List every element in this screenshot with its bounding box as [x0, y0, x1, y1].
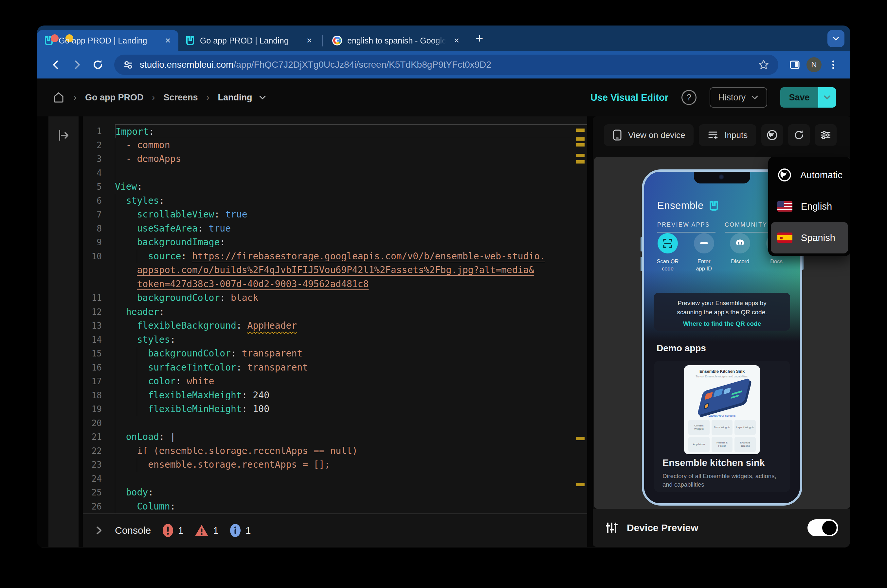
- refresh-icon: [793, 129, 805, 141]
- bookmark-star-icon[interactable]: [758, 58, 770, 71]
- code-line[interactable]: 3- demoApps: [83, 152, 587, 166]
- close-tab-icon[interactable]: ×: [305, 35, 314, 46]
- code-line[interactable]: 5View:: [83, 180, 587, 194]
- indent-guide: [115, 152, 115, 166]
- discord-icon[interactable]: [730, 233, 750, 254]
- close-tab-icon[interactable]: ×: [452, 35, 461, 46]
- breadcrumb-screens[interactable]: Screens: [164, 93, 198, 103]
- kitchen-sink-thumbnail: Ensemble Kitchen Sink Try out Ensemble w…: [684, 365, 760, 454]
- thumb-tile: Form Widgets: [711, 420, 733, 435]
- action-enter-app-id[interactable]: Enter app ID: [689, 233, 719, 272]
- indent-guide: [126, 263, 126, 278]
- tab-title: Go app PROD | Landing: [59, 36, 158, 45]
- code-line[interactable]: 23ensemble.storage.recentApps = [];: [83, 458, 587, 472]
- code-line[interactable]: 16surfaceTintColor: transparent: [83, 361, 587, 375]
- code-line[interactable]: 26Column:: [83, 500, 587, 514]
- tab-title: Go app PROD | Landing: [200, 36, 299, 45]
- code-line[interactable]: 20: [83, 416, 587, 430]
- reload-button[interactable]: [89, 56, 107, 74]
- history-button[interactable]: History: [710, 87, 767, 108]
- code-line[interactable]: 6styles:: [83, 194, 587, 208]
- language-button[interactable]: [761, 124, 783, 146]
- indent-guide: [115, 305, 115, 319]
- code-line[interactable]: 14styles:: [83, 333, 587, 347]
- code-line[interactable]: 18flexibleMaxHeight: 240: [83, 388, 587, 403]
- code-line[interactable]: 24: [83, 472, 587, 486]
- code-line[interactable]: 15backgroundColor: transparent: [83, 346, 587, 361]
- preview-settings-button[interactable]: [815, 124, 837, 146]
- tab-title: english to spanish - Google S: [347, 36, 447, 45]
- indent-guide: [137, 249, 137, 264]
- save-button[interactable]: Save: [780, 87, 818, 108]
- indent-guide: [115, 416, 115, 430]
- yaml-editor[interactable]: 1Import:2- common3- demoApps45View:6styl…: [83, 116, 587, 513]
- profile-avatar[interactable]: N: [806, 57, 822, 72]
- code-line[interactable]: 22if (ensemble.storage.recentApps == nul…: [83, 444, 587, 458]
- new-tab-button[interactable]: +: [475, 31, 483, 46]
- site-settings-icon[interactable]: [123, 59, 134, 70]
- device-preview-toggle[interactable]: [807, 519, 838, 536]
- error-icon: [162, 524, 174, 537]
- maximize-window-button[interactable]: [51, 34, 51, 42]
- tab-google-search[interactable]: english to spanish - Google S ×: [326, 30, 467, 51]
- home-icon[interactable]: [52, 91, 65, 104]
- code-line[interactable]: 19flexibleMinHeight: 100: [83, 402, 587, 416]
- back-button[interactable]: [47, 56, 65, 74]
- forward-button[interactable]: [68, 56, 86, 74]
- tab-go-app-prod-2[interactable]: Go app PROD | Landing ×: [178, 30, 320, 51]
- code-line[interactable]: 21onLoad: |: [83, 430, 587, 444]
- expand-panel-icon[interactable]: [57, 129, 70, 142]
- view-on-device-button[interactable]: View on device: [604, 124, 693, 146]
- code-line[interactable]: 1Import:: [83, 124, 587, 138]
- dash-icon[interactable]: [694, 233, 714, 254]
- code-line[interactable]: 17color: white: [83, 375, 587, 388]
- code-line[interactable]: 12header:: [83, 305, 587, 319]
- close-window-button[interactable]: [51, 34, 59, 42]
- code-line[interactable]: appspot.com/o/builds%2F4qJvbIFIJ5Vou69P4…: [83, 263, 587, 278]
- refresh-button[interactable]: [788, 124, 810, 146]
- code-line[interactable]: token=427d38c3-007d-40d2-9003-49562ad481…: [83, 278, 587, 291]
- kitchen-sink-card[interactable]: Ensemble Kitchen Sink Try out Ensemble w…: [654, 361, 790, 492]
- code-line[interactable]: 13flexibleBackground: AppHeader: [83, 319, 587, 333]
- code-line[interactable]: 7scrollableView: true: [83, 208, 587, 222]
- save-options-button[interactable]: [818, 87, 836, 108]
- action-discord[interactable]: Discord: [725, 233, 755, 272]
- tab-search-button[interactable]: [827, 30, 845, 47]
- indent-guide: [126, 444, 126, 458]
- code-line[interactable]: 2- common: [83, 138, 587, 152]
- tune-icon: [604, 520, 619, 535]
- use-visual-editor-link[interactable]: Use Visual Editor: [591, 92, 668, 103]
- code-line[interactable]: 10source: https://firebasestorage.google…: [83, 249, 587, 264]
- line-number: 12: [83, 305, 115, 319]
- dropdown-item-spanish[interactable]: Spanish: [771, 222, 848, 254]
- line-number: [83, 263, 115, 278]
- code-line[interactable]: 25body:: [83, 486, 587, 500]
- address-bar[interactable]: studio.ensembleui.com/app/FhQC7J2DjXTg0U…: [114, 55, 778, 75]
- chevron-down-icon[interactable]: [258, 93, 267, 102]
- inputs-button[interactable]: Inputs: [699, 124, 756, 146]
- url-text[interactable]: studio.ensembleui.com/app/FhQC7J2DjXTg0U…: [140, 60, 752, 70]
- code-line[interactable]: 8useSafeArea: true: [83, 222, 587, 236]
- indent-guide: [126, 458, 126, 472]
- warning-marker: [576, 143, 585, 147]
- code-line[interactable]: 9backgroundImage:: [83, 236, 587, 249]
- close-tab-icon[interactable]: ×: [163, 35, 173, 46]
- console-bar[interactable]: Console 1 1 1: [83, 513, 587, 547]
- line-number: 16: [83, 361, 115, 375]
- indent-guide: [137, 402, 137, 416]
- qr-scan-icon[interactable]: [658, 233, 678, 254]
- chevron-right-icon[interactable]: [94, 525, 104, 536]
- action-scan-qr-code[interactable]: Scan QR code: [652, 233, 683, 272]
- volume-button: [640, 257, 642, 271]
- help-button[interactable]: ?: [681, 90, 696, 105]
- code-line[interactable]: 11backgroundColor: black: [83, 291, 587, 305]
- thumb-subtitle: Try out Ensemble widgets and capabilitie…: [684, 375, 760, 378]
- breadcrumb-project[interactable]: Go app PROD: [85, 93, 144, 103]
- qr-info-link[interactable]: Where to find the QR code: [654, 320, 790, 327]
- side-panel-icon[interactable]: [786, 56, 804, 74]
- dropdown-item-english[interactable]: English: [771, 190, 848, 222]
- breadcrumb-screen-name[interactable]: Landing: [218, 93, 253, 103]
- browser-menu-icon[interactable]: [824, 56, 842, 74]
- code-line[interactable]: 4: [83, 166, 587, 180]
- dropdown-item-automatic[interactable]: Automatic: [771, 159, 848, 190]
